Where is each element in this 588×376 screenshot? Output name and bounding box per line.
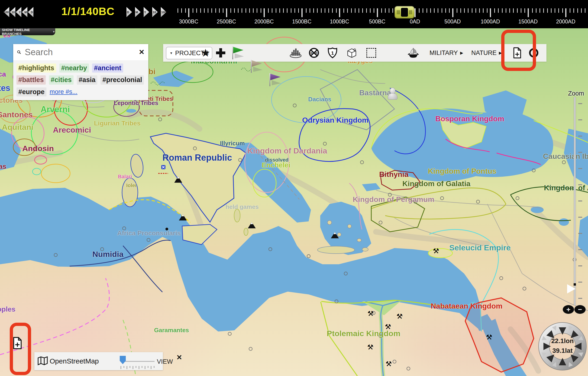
green-flag-icon — [233, 47, 243, 53]
map-label-seleucid-empire: Seleucid Empire — [449, 243, 511, 252]
zoom-slider-track[interactable] — [574, 97, 576, 305]
map-label-kingdom-of-pontus: Kingdom of Pontus — [428, 167, 496, 176]
add-button[interactable] — [216, 44, 226, 62]
basemap-close-icon[interactable]: ✕ — [176, 354, 182, 361]
selection-button[interactable] — [366, 44, 376, 62]
map-label-roman-republic: Roman Republic — [163, 153, 232, 163]
tag-battles[interactable]: #battles — [16, 75, 46, 84]
timeline-tick-label: 1000BC — [330, 19, 349, 25]
purple-flag-icon — [270, 74, 281, 80]
map-label-kingdom-of-galatia: Kingdom of Galatia — [402, 179, 470, 188]
forward-Y-button[interactable]: Y — [144, 7, 149, 17]
green-flag-button[interactable] — [231, 46, 243, 60]
zoom-out-button[interactable]: − — [574, 305, 586, 314]
add-document-button[interactable] — [512, 44, 522, 62]
add-document-icon — [512, 47, 522, 59]
map-label-bithynia: Bithynia — [379, 170, 408, 179]
forward-M-button[interactable]: M — [135, 7, 141, 17]
timeline-tick-label: 3000BC — [179, 19, 198, 25]
chevron-down-icon: ▼ — [53, 30, 55, 33]
city-button[interactable] — [289, 44, 302, 62]
add-document-button-map[interactable] — [12, 337, 23, 351]
zoom-in-button[interactable]: + — [563, 305, 574, 314]
military-label: MILITARY — [430, 49, 458, 57]
timeline-tick-label: 1500BC — [292, 19, 311, 25]
military-menu[interactable]: MILITARY ▶ — [430, 44, 463, 62]
opacity-slider-handle[interactable] — [120, 356, 126, 364]
search-panel: ✕ #highlights#nearby#ancient#battles#cit… — [13, 44, 148, 100]
person-button[interactable] — [388, 88, 397, 99]
search-close-icon[interactable]: ✕ — [139, 49, 145, 56]
map-label-odrysian-kingdom: Odrysian Kingdom — [302, 116, 369, 125]
tag-precolonial[interactable]: #precolonial — [100, 75, 144, 84]
back-D-button[interactable]: D — [28, 7, 33, 17]
map-label-illyricum: Illyricum — [220, 140, 245, 147]
map-label-arverni: Arverni — [41, 104, 70, 114]
tag-ancient[interactable]: #ancient — [92, 63, 123, 73]
map-toolbar: ▼ PROJECTS ★ MILITARY ▶ NATURE ▶ ◦ — [163, 44, 546, 62]
box-icon — [346, 47, 358, 59]
nature-menu[interactable]: NATURE ▶ — [471, 44, 502, 62]
back-Y-button[interactable]: Y — [16, 7, 21, 17]
map-label-nca: nca — [0, 70, 6, 78]
map-label-dacians: Dacians — [308, 96, 331, 103]
map-label-andosin: Andosin — [22, 144, 54, 153]
tag-cities[interactable]: #cities — [49, 75, 74, 84]
svg-text:⚒: ⚒ — [397, 313, 403, 320]
city-icon — [289, 48, 302, 58]
back-100-button[interactable]: 100 — [4, 7, 9, 17]
forward-10-button[interactable]: 10 — [152, 7, 158, 17]
svg-text:⚒: ⚒ — [433, 247, 439, 255]
forward-100-button[interactable]: 100 — [161, 7, 166, 17]
history-button[interactable]: ◦ — [529, 44, 538, 62]
back-10-button[interactable]: 10 — [10, 7, 15, 17]
compass-rose[interactable]: 22.1lon 39.1lat — [538, 322, 587, 371]
star-button[interactable]: ★ — [201, 44, 210, 62]
add-document-icon — [12, 337, 23, 350]
forward-D-button[interactable]: D — [126, 7, 132, 17]
timeline-tick-label: 2000AD — [556, 19, 575, 25]
search-input[interactable] — [24, 47, 139, 57]
timeline-tick-label: 2500BC — [217, 19, 236, 25]
route-shield-button[interactable] — [327, 44, 338, 62]
timeline-tick-label: 2000BC — [254, 19, 273, 25]
tan-flag-button[interactable] — [250, 60, 261, 73]
railroad-button[interactable] — [308, 44, 319, 62]
longitude-readout: 22.1lon — [551, 337, 574, 345]
tag-asia[interactable]: #asia — [77, 75, 98, 84]
timeline-slider-handle[interactable] — [394, 6, 414, 19]
ship-button[interactable] — [407, 44, 419, 62]
railroad-crossing-icon — [308, 47, 319, 58]
map-label-oples: oples — [0, 305, 15, 313]
branches-label: SHOW TIMELINE BRANCHES — [2, 28, 46, 36]
more-tags-link[interactable]: more #s... — [50, 88, 77, 95]
view-button[interactable]: VIEW — [157, 358, 173, 365]
timeline-top-bar: 10010YMD 1/1/140BC DMY10100 3000BC2500BC… — [0, 0, 588, 28]
back-M-button[interactable]: M — [22, 7, 27, 17]
map-label-garamantes: Garamantes — [154, 327, 189, 334]
tag-europe[interactable]: #europe — [16, 87, 46, 96]
purple-flag-button[interactable] — [268, 73, 280, 87]
show-timeline-branches[interactable]: SHOW TIMELINE BRANCHES ▼ — [0, 28, 55, 35]
history-ring-icon: ◦ — [529, 48, 538, 57]
tag-highlights[interactable]: #highlights — [16, 63, 56, 73]
map-label-ptolemaic-kingdom: Ptolemaic Kingdom — [327, 329, 400, 338]
map-label-balari: Balari — [118, 174, 132, 180]
basemap-name: OpenStreetMap — [50, 357, 99, 365]
search-icon — [17, 48, 21, 56]
box-button[interactable] — [346, 44, 358, 62]
map-label-bosporan-kingdom: Bosporan Kingdom — [435, 115, 504, 123]
map-label-as: as — [0, 163, 6, 170]
map-label-tes: tes — [0, 83, 10, 93]
search-tags: #highlights#nearby#ancient#battles#citie… — [13, 60, 148, 100]
opacity-slider-track[interactable] — [122, 361, 154, 362]
timeline-tick-label: 0AD — [410, 19, 420, 25]
map-label-bi: bi — [149, 67, 155, 76]
map-label-held-games: held games — [226, 203, 259, 210]
timeline-tick-label: 500BC — [369, 19, 385, 25]
search-row: ✕ — [13, 44, 148, 60]
map-label-ligurian-tribes: Ligurian Tribes — [94, 120, 141, 127]
tag-nearby[interactable]: #nearby — [59, 63, 89, 73]
timeline-tick-label: 1000AD — [480, 19, 500, 25]
tan-flag-icon — [252, 60, 262, 67]
